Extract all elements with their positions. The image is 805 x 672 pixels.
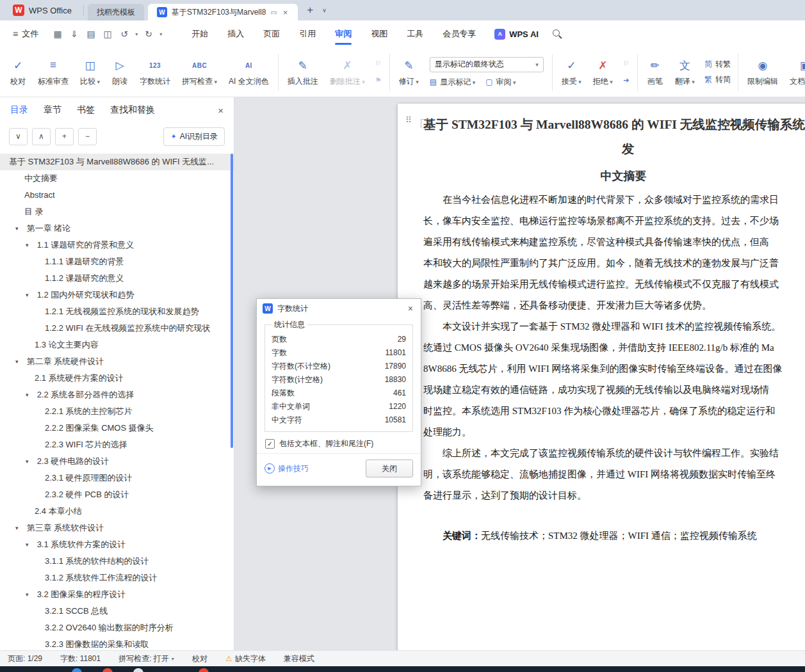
redo-icon[interactable]: ↻ [141,26,156,42]
taskbar-app-icon[interactable] [72,668,82,672]
toc-item[interactable]: Abstract [0,187,234,204]
ai-recognize-toc-button[interactable]: ✦ AI识别目录 [163,127,225,146]
toc-item[interactable]: 1.2 国内外研究现状和趋势 [0,287,234,303]
sidebar-tab[interactable]: 查找和替换 [110,104,155,116]
toc-item[interactable]: 2.2.2 图像采集 CMOS 摄像头 [0,420,234,436]
ribbon-button[interactable]: ✗ 拒绝 [587,54,619,90]
toc-item[interactable]: 2.2.3 WIFI 芯片的选择 [0,436,234,453]
ribbon-tab[interactable]: 审阅 [325,22,361,46]
toc-item[interactable]: 中文摘要 [0,170,234,187]
ribbon-button[interactable]: ◫ 比较 [74,54,106,90]
toc-item[interactable]: 1.2.2 WIFI 在无线视频监控系统中的研究现状 [0,320,234,337]
ribbon-button[interactable]: ≡ 标准审查 [32,54,74,90]
tab-list-caret-icon[interactable]: ∨ [322,7,327,13]
toc-plus-button[interactable]: + [55,128,74,145]
taskbar-app-icon[interactable] [102,668,113,672]
toc-item[interactable]: 1.1 课题研究的背景和意义 [0,237,234,253]
wps-ai-button[interactable]: A WPS AI [494,29,539,40]
document-page[interactable]: ⠿ 基于 STM32F103 与 Marvell88W8686 的 WIFI 无… [398,104,805,650]
toc-expand-button[interactable]: ∧ [32,128,51,145]
ribbon-tab[interactable]: 视图 [361,22,397,46]
toc-item[interactable]: 2.2 系统各部分器件的选择 [0,387,234,403]
toc-item[interactable]: 2.3.2 硬件 PCB 的设计 [0,486,234,503]
ribbon-button[interactable]: AI AI 全文润色 [223,54,275,90]
toc-item[interactable]: 2.4 本章小结 [0,503,234,520]
sidebar-tab[interactable]: 目录 [10,104,28,116]
ribbon-tab[interactable]: 引用 [289,22,325,46]
toc-item[interactable]: 3.2.3 图像数据的采集和读取 [0,636,234,650]
toc-item[interactable]: 第一章 绪论 [0,220,234,237]
ribbon-button[interactable]: ◉ 限制编辑 [742,54,784,90]
markup-state-dropdown[interactable]: 显示标记的最终状态 ▾ [430,57,544,72]
toc-item[interactable]: 第二章 系统硬件设计 [0,353,234,370]
to-simplified-button[interactable]: 繁 转简 [704,74,731,85]
sidebar-tab[interactable]: 章节 [44,104,61,116]
toc-item[interactable]: 3.2.2 OV2640 输出数据的时序分析 [0,620,234,636]
toc-item[interactable]: 3.1.1 系统的软件结构的设计 [0,553,234,570]
ink-brush-button[interactable]: ✏ 画笔 [641,54,669,90]
ribbon-button[interactable]: ✗ 删除批注 [324,54,371,90]
wps-home-tab[interactable]: W WPS Office [5,0,79,20]
translate-button[interactable]: 文 翻译 [669,54,701,90]
toc-item[interactable]: 目 录 [0,204,234,220]
toc-item[interactable]: 1.1.2 课题研究的意义 [0,270,234,287]
toc-item[interactable]: 1.1.1 课题研究的背景 [0,253,234,270]
toc-item[interactable]: 2.3.1 硬件原理图的设计 [0,470,234,486]
redo-caret-icon[interactable]: ▾ [158,31,164,37]
print-preview-icon[interactable]: ◫ [100,26,115,42]
status-page-count[interactable]: 页面: 1/29 [8,653,42,664]
toc-item[interactable]: 3.1 系统软件方案的设计 [0,536,234,553]
previous-change-icon[interactable]: ⚐ [620,59,633,69]
next-change-icon[interactable]: ➔ [620,76,633,86]
next-comment-icon[interactable]: ⚑ [372,76,385,86]
taskbar-app-icon[interactable] [199,668,209,672]
file-menu-button[interactable]: ≡ 文件 [8,28,44,40]
status-spellcheck[interactable]: 拼写检查: 打开 ▾ [118,653,174,664]
dialog-close-icon[interactable]: × [406,303,415,314]
toc-item[interactable]: 2.2.1 系统的主控制芯片 [0,403,234,420]
ribbon-button[interactable]: ▷ 朗读 [106,54,134,90]
ribbon-tab[interactable]: 工具 [397,22,433,46]
undo-caret-icon[interactable]: ▾ [133,31,140,37]
toc-item[interactable]: 3.2.1 SCCB 总线 [0,603,234,620]
toc-item[interactable]: 1.2.1 无线视频监控系统的现状和发展趋势 [0,303,234,320]
sidebar-scrollbar-thumb[interactable] [231,154,233,448]
toc-item[interactable]: 1.3 论文主要内容 [0,337,234,353]
toc-item[interactable]: 第三章 系统软件设计 [0,520,234,536]
export-pdf-icon[interactable]: ⇓ [67,26,82,42]
tips-link[interactable]: ▶ 操作技巧 [264,463,309,474]
reviewing-pane-button[interactable]: ▢ 审阅 [485,77,516,88]
toc-item[interactable]: 基于 STM32F103 与 Marvell88W8686 的 WIFI 无线监… [0,154,234,170]
ribbon-button[interactable]: ABC 拼写检查 [176,54,223,90]
paragraph-drag-handle-icon[interactable]: ⠿ [405,115,411,125]
status-missing-font[interactable]: ⚠ 缺失字体 [225,653,266,664]
undo-icon[interactable]: ↺ [117,26,132,42]
taskbar-app-icon[interactable] [133,668,143,672]
ribbon-button[interactable]: ✓ 接受 [556,54,587,90]
close-button[interactable]: 关闭 [366,460,413,477]
sidebar-tab[interactable]: 书签 [77,104,95,116]
document-tab-close-icon[interactable]: × [282,8,289,17]
status-word-count[interactable]: 字数: 11801 [60,653,101,664]
dialog-titlebar[interactable]: W 字数统计 × [257,299,421,318]
ribbon-button[interactable]: ✎ 插入批注 [282,54,324,90]
track-changes-button[interactable]: ✎ 修订 [393,54,425,90]
document-tab[interactable]: W 基于STM32F103与Marvell8 ▭ × [148,4,298,20]
print-icon[interactable]: ▤ [83,26,99,42]
toc-item[interactable]: 3.1.2 系统软件工作流程的设计 [0,570,234,586]
show-markup-button[interactable]: ▤ 显示标记 [430,77,475,88]
ribbon-button[interactable]: 123 字数统计 [134,54,176,90]
toc-item[interactable]: 3.2 图像采集的程序设计 [0,586,234,603]
toc-item[interactable]: 2.3 硬件电路的设计 [0,453,234,470]
ribbon-tab[interactable]: 页面 [254,22,289,46]
toc-minus-button[interactable]: − [78,128,97,145]
new-tab-button[interactable]: + [302,4,318,17]
previous-comment-icon[interactable]: ⚐ [372,59,385,69]
to-traditional-button[interactable]: 简 转繁 [704,59,731,70]
status-compat-mode[interactable]: 兼容模式 [284,653,314,664]
template-store-tab[interactable]: 找稻壳模板 [88,4,144,20]
status-proofread[interactable]: 校对 [192,653,207,664]
ribbon-tab[interactable]: 会员专享 [433,22,485,46]
ribbon-button[interactable]: ✓ 校对 [4,54,32,90]
sidebar-close-icon[interactable]: × [218,105,224,116]
